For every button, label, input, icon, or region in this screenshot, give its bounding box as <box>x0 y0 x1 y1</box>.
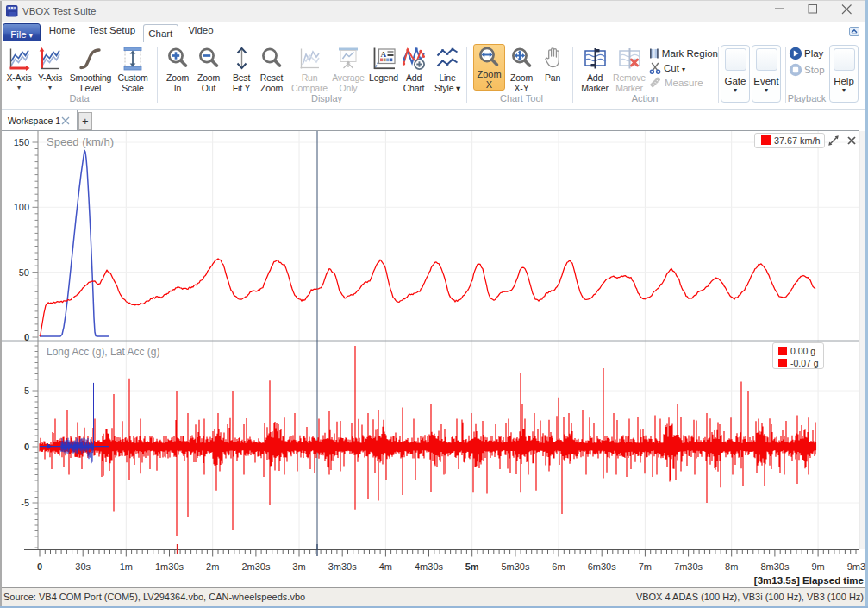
svg-text:3m30s: 3m30s <box>328 561 358 572</box>
svg-text:9m: 9m <box>811 561 824 572</box>
svg-text:Long Acc (g), Lat Acc (g): Long Acc (g), Lat Acc (g) <box>47 346 159 358</box>
svg-text:2m: 2m <box>206 561 219 572</box>
svg-text:2m30s: 2m30s <box>241 561 271 572</box>
svg-text:7m30s: 7m30s <box>674 561 703 572</box>
svg-text:1m: 1m <box>120 561 133 572</box>
svg-text:6m30s: 6m30s <box>588 561 617 572</box>
svg-text:4m30s: 4m30s <box>415 561 444 572</box>
svg-text:8m30s: 8m30s <box>760 561 790 572</box>
svg-text:Speed (km/h): Speed (km/h) <box>47 135 114 148</box>
svg-text:[3m13.5s] Elapsed time: [3m13.5s] Elapsed time <box>754 575 864 586</box>
svg-text:5m30s: 5m30s <box>501 561 530 572</box>
svg-text:-5: -5 <box>21 498 29 508</box>
svg-text:0: 0 <box>24 332 29 342</box>
svg-text:4m: 4m <box>379 561 392 572</box>
svg-text:50: 50 <box>19 267 29 278</box>
svg-text:5m: 5m <box>465 561 479 572</box>
svg-text:1m30s: 1m30s <box>155 561 184 572</box>
svg-text:8m: 8m <box>725 561 738 572</box>
svg-text:0: 0 <box>24 442 29 452</box>
svg-text:150: 150 <box>14 137 29 147</box>
svg-text:0: 0 <box>37 561 42 572</box>
svg-text:100: 100 <box>14 202 29 212</box>
svg-text:6m: 6m <box>552 561 565 572</box>
svg-text:5: 5 <box>24 385 29 396</box>
svg-text:3m: 3m <box>292 561 305 572</box>
svg-text:7m: 7m <box>639 561 652 572</box>
svg-text:30s: 30s <box>75 561 91 572</box>
